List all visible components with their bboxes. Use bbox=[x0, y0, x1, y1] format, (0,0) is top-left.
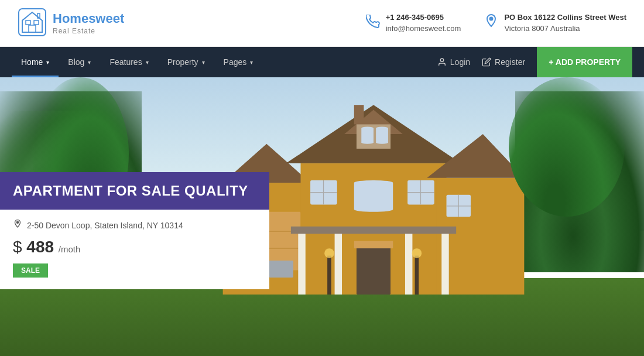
property-card: APARTMENT FOR SALE QUALITY 2-50 Devon Lo… bbox=[0, 172, 269, 289]
login-button[interactable]: Login bbox=[437, 57, 470, 67]
nav-auth: Login Register + ADD PROPERTY bbox=[437, 47, 632, 77]
contact-info: +1 246-345-0695 info@homesweet.com PO Bo… bbox=[366, 12, 626, 33]
nav-pages-label: Pages bbox=[224, 57, 247, 67]
nav-pages[interactable]: Pages ▾ bbox=[214, 47, 263, 77]
svg-rect-23 bbox=[361, 127, 374, 144]
property-title: APARTMENT FOR SALE QUALITY bbox=[13, 183, 256, 199]
price-period: /moth bbox=[59, 244, 81, 254]
svg-rect-38 bbox=[291, 227, 456, 234]
svg-marker-1 bbox=[22, 12, 42, 32]
svg-rect-28 bbox=[354, 180, 393, 212]
register-label: Register bbox=[495, 57, 525, 67]
svg-point-47 bbox=[412, 248, 422, 258]
svg-rect-35 bbox=[335, 231, 342, 295]
hero-section: APARTMENT FOR SALE QUALITY 2-50 Devon Lo… bbox=[0, 77, 644, 356]
svg-rect-44 bbox=[327, 256, 331, 295]
nav-property[interactable]: Property ▾ bbox=[158, 47, 214, 77]
svg-rect-4 bbox=[26, 20, 30, 25]
logo-plain: Home bbox=[53, 11, 88, 26]
property-location: 2-50 Devon Loop, Staten Island, NY 10314 bbox=[13, 219, 256, 232]
chevron-down-icon: ▾ bbox=[146, 59, 149, 66]
chevron-down-icon: ▾ bbox=[88, 59, 91, 66]
svg-point-7 bbox=[490, 18, 493, 20]
location-pin-icon bbox=[13, 219, 22, 232]
chevron-down-icon: ▾ bbox=[46, 59, 49, 66]
price-amount: 488 bbox=[26, 238, 54, 256]
svg-point-8 bbox=[440, 59, 443, 61]
login-label: Login bbox=[450, 57, 470, 67]
svg-rect-5 bbox=[34, 20, 39, 25]
property-price: $ 488 /moth bbox=[13, 238, 256, 256]
user-icon bbox=[437, 57, 447, 67]
svg-point-49 bbox=[16, 221, 18, 223]
logo-subtitle: Real Estate bbox=[53, 27, 124, 35]
nav-items: Home ▾ Blog ▾ Features ▾ Property ▾ Page… bbox=[12, 47, 437, 77]
contact-address-text: PO Box 16122 Collins Street West Victori… bbox=[504, 12, 626, 33]
contact-address: PO Box 16122 Collins Street West Victori… bbox=[484, 12, 626, 33]
logo-icon bbox=[18, 8, 47, 39]
svg-rect-3 bbox=[29, 25, 36, 32]
chevron-down-icon: ▾ bbox=[250, 59, 253, 66]
nav-features[interactable]: Features ▾ bbox=[100, 47, 157, 77]
contact-phone: +1 246-345-0695 info@homesweet.com bbox=[366, 12, 461, 33]
address-line2: Victoria 8007 Australia bbox=[504, 23, 626, 34]
sale-badge: SALE bbox=[13, 263, 48, 278]
svg-rect-32 bbox=[357, 246, 390, 295]
location-icon bbox=[484, 13, 498, 33]
nav-features-label: Features bbox=[109, 57, 142, 67]
phone-icon bbox=[366, 15, 380, 32]
property-address: 2-50 Devon Loop, Staten Island, NY 10314 bbox=[27, 221, 183, 230]
svg-rect-34 bbox=[298, 231, 305, 295]
svg-rect-37 bbox=[441, 231, 448, 295]
nav-property-label: Property bbox=[167, 57, 198, 67]
edit-icon bbox=[482, 57, 491, 67]
navbar: Home ▾ Blog ▾ Features ▾ Property ▾ Page… bbox=[0, 47, 644, 77]
svg-rect-24 bbox=[376, 127, 388, 144]
logo-text: Homesweet Real Estate bbox=[53, 11, 124, 35]
add-property-button[interactable]: + ADD PROPERTY bbox=[537, 47, 632, 77]
tree-accent-2 bbox=[509, 77, 625, 217]
svg-rect-40 bbox=[269, 261, 294, 278]
add-property-label: + ADD PROPERTY bbox=[549, 57, 621, 67]
logo-name: Homesweet bbox=[53, 11, 124, 26]
svg-rect-36 bbox=[405, 231, 412, 295]
address-line1: PO Box 16122 Collins Street West bbox=[504, 12, 626, 23]
phone-number: +1 246-345-0695 bbox=[386, 12, 461, 23]
svg-rect-33 bbox=[354, 241, 393, 248]
logo[interactable]: Homesweet Real Estate bbox=[18, 8, 124, 39]
price-symbol: $ bbox=[13, 238, 22, 256]
contact-phone-text: +1 246-345-0695 info@homesweet.com bbox=[386, 12, 461, 33]
top-bar: Homesweet Real Estate +1 246-345-0695 in… bbox=[0, 0, 644, 47]
svg-point-45 bbox=[324, 248, 334, 258]
property-title-bar: APARTMENT FOR SALE QUALITY bbox=[0, 172, 269, 210]
register-button[interactable]: Register bbox=[482, 57, 525, 67]
email-address: info@homesweet.com bbox=[386, 23, 461, 34]
svg-rect-46 bbox=[415, 256, 419, 295]
nav-blog[interactable]: Blog ▾ bbox=[59, 47, 100, 77]
chevron-down-icon: ▾ bbox=[202, 59, 205, 66]
logo-accent: sweet bbox=[88, 11, 124, 26]
nav-blog-label: Blog bbox=[68, 57, 84, 67]
nav-home-label: Home bbox=[21, 57, 43, 67]
property-details: 2-50 Devon Loop, Staten Island, NY 10314… bbox=[0, 210, 269, 289]
nav-home[interactable]: Home ▾ bbox=[12, 47, 59, 77]
